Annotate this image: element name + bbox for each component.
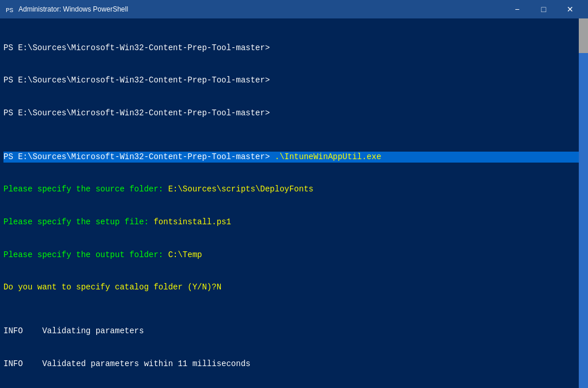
window-controls: − □ ✕ bbox=[504, 0, 583, 18]
line-1: PS E:\Sources\Microsoft-Win32-Content-Pr… bbox=[3, 43, 585, 54]
window-title: Administrator: Windows PowerShell bbox=[18, 5, 128, 13]
prompt-setup: Please specify the setup file: fontsinst… bbox=[3, 217, 585, 228]
minimize-button[interactable]: − bbox=[504, 0, 530, 18]
powershell-icon: PS bbox=[5, 4, 15, 14]
scrollbar-thumb[interactable] bbox=[579, 18, 588, 53]
prompt-source: Please specify the source folder: E:\Sou… bbox=[3, 184, 585, 195]
line-3: PS E:\Sources\Microsoft-Win32-Content-Pr… bbox=[3, 108, 585, 119]
close-button[interactable]: ✕ bbox=[557, 0, 583, 18]
prompt-catalog: Do you want to specify catalog folder (Y… bbox=[3, 282, 585, 293]
info-validated: INFO Validated parameters within 11 mill… bbox=[3, 359, 585, 370]
line-2: PS E:\Sources\Microsoft-Win32-Content-Pr… bbox=[3, 75, 585, 86]
maximize-button[interactable]: □ bbox=[530, 0, 557, 18]
terminal-output: PS E:\Sources\Microsoft-Win32-Content-Pr… bbox=[0, 18, 588, 388]
title-bar-left: PS Administrator: Windows PowerShell bbox=[5, 4, 128, 14]
info-validating: INFO Validating parameters bbox=[3, 326, 585, 337]
terminal-window[interactable]: PS E:\Sources\Microsoft-Win32-Content-Pr… bbox=[0, 18, 588, 388]
prompt-output: Please specify the output folder: C:\Tem… bbox=[3, 250, 585, 261]
title-bar: PS Administrator: Windows PowerShell − □… bbox=[0, 0, 588, 18]
svg-text:PS: PS bbox=[6, 7, 14, 14]
scrollbar[interactable] bbox=[579, 18, 588, 388]
command-line: PS E:\Sources\Microsoft-Win32-Content-Pr… bbox=[3, 152, 585, 163]
